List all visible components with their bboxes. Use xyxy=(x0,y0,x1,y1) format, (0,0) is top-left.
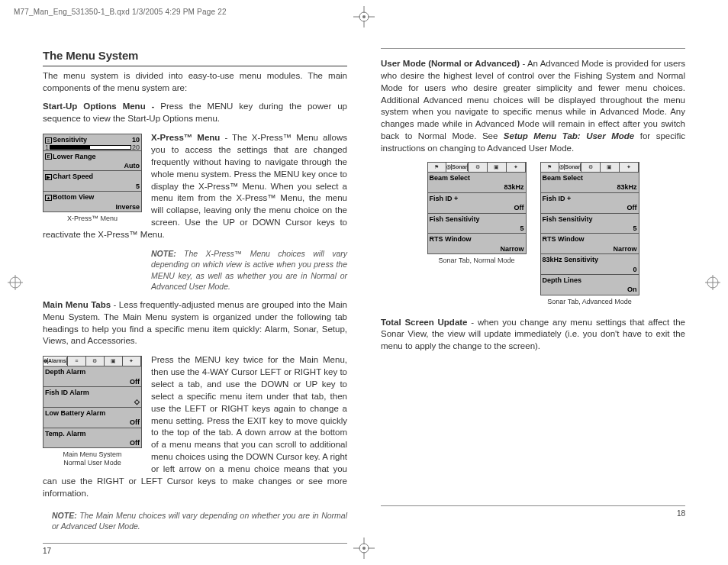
row-val: Off xyxy=(45,418,140,427)
usermode-ref: Setup Menu Tab: User Mode xyxy=(504,131,634,140)
bar-hi: 20 xyxy=(132,143,140,152)
row-val: Off xyxy=(45,438,140,447)
page-footer-left: 17 xyxy=(43,543,347,557)
bar-lo: 1 xyxy=(45,143,49,152)
section-title: The Menu System xyxy=(43,48,347,66)
tab-1: ⚑ xyxy=(541,163,560,172)
xpress-caption: X-Press™ Menu xyxy=(43,215,142,223)
crop-mark-bottom xyxy=(353,538,375,559)
row-val: 0 xyxy=(543,265,637,274)
bar-track xyxy=(50,145,131,150)
note-body: The X-Press™ Menu choices will vary depe… xyxy=(151,249,347,291)
page-left: The Menu System The menu system is divid… xyxy=(43,48,347,556)
row-val: 5 xyxy=(430,224,524,233)
row-label: Beam Select xyxy=(543,173,637,182)
alarms-screenshot: ❶Alarms ≡⚙▣✦ Depth AlarmOff Fish ID Alar… xyxy=(43,356,142,448)
sonar-normal-screenshot: ⚑ⓈSonar⚙▣✦ Beam Select83kHz Fish ID +Off… xyxy=(427,162,527,254)
tab-2: ≡ xyxy=(68,357,86,366)
main-tabs-label: Main Menu Tabs xyxy=(43,300,111,309)
row-label: Lower Range xyxy=(53,153,96,160)
sonar-advanced-screenshot: ⚑ⓈSonar⚙▣✦ Beam Select83kHz Fish ID +Off… xyxy=(540,162,639,295)
row-val: 5 xyxy=(543,224,637,233)
top-rule xyxy=(381,48,685,49)
startup-paragraph: Start-Up Options Menu - Press the MENU k… xyxy=(43,101,347,125)
row-val: Off xyxy=(430,203,524,212)
xpress-label: X-Press™ Menu xyxy=(151,133,220,142)
usermode-paragraph: User Mode (Normal or Advanced) - An Adva… xyxy=(381,58,685,155)
tab-3: ⚙ xyxy=(86,357,105,366)
total-paragraph: Total Screen Update - when you change an… xyxy=(381,317,685,354)
crop-mark-right xyxy=(705,275,720,290)
row-val: Auto xyxy=(45,161,140,170)
bottom-view-icon: ▲ xyxy=(45,195,52,201)
row-label: Temp. Alarm xyxy=(45,429,140,438)
row-label: Chart Speed xyxy=(53,173,93,180)
note-lead: NOTE: xyxy=(52,511,77,520)
tab-4: ▣ xyxy=(105,357,123,366)
intro-paragraph: The menu system is divided into easy-to-… xyxy=(43,70,347,95)
crop-mark-top xyxy=(353,6,375,27)
tab-sonar: ⓈSonar xyxy=(559,163,581,172)
row-label: RTS Window xyxy=(543,234,637,244)
svg-point-5 xyxy=(362,15,366,18)
lower-range-icon: E xyxy=(45,153,52,160)
row-label: Low Battery Alarm xyxy=(45,408,140,418)
row-val: Narrow xyxy=(543,244,637,253)
note-body: The Main Menu choices will vary dependin… xyxy=(52,511,347,531)
tab-5: ✦ xyxy=(123,357,141,366)
row-label: Bottom View xyxy=(53,193,94,201)
row-val: On xyxy=(543,285,637,294)
row-label: Fish ID Alarm xyxy=(45,388,140,397)
note-lead: NOTE: xyxy=(151,249,176,258)
row-label: Depth Alarm xyxy=(45,367,140,376)
sonar-screenshots: ⚑ⓈSonar⚙▣✦ Beam Select83kHz Fish ID +Off… xyxy=(381,162,685,306)
xpress-screenshot: ≡Sensitivity10 120 ELower RangeAuto ▶Cha… xyxy=(43,134,142,212)
row-label: Fish ID + xyxy=(430,194,524,203)
usermode-label: User Mode (Normal or Advanced) xyxy=(381,59,520,68)
alarms-screenshot-wrap: ❶Alarms ≡⚙▣✦ Depth AlarmOff Fish ID Alar… xyxy=(43,356,142,467)
row-label: Depth Lines xyxy=(543,276,637,285)
row-val: Off xyxy=(543,203,637,212)
xpress-note: NOTE: The X-Press™ Menu choices will var… xyxy=(151,248,347,292)
page-spread: The Menu System The menu system is divid… xyxy=(0,18,728,565)
svg-point-11 xyxy=(362,547,366,550)
main-note: NOTE: The Main Menu choices will vary de… xyxy=(52,510,347,532)
row-label: RTS Window xyxy=(430,234,524,244)
tab-sonar: ⓈSonar xyxy=(446,163,469,172)
row-val: ◇ xyxy=(45,397,140,406)
page-right: User Mode (Normal or Advanced) - An Adva… xyxy=(381,48,685,556)
row-label: Fish ID + xyxy=(543,194,637,203)
chart-speed-icon: ▶ xyxy=(45,174,52,180)
row-val: Narrow xyxy=(430,244,524,253)
row-label: Fish Sensitivity xyxy=(430,215,524,224)
crop-mark-left xyxy=(8,275,23,290)
caption-normal: Sonar Tab, Normal Mode xyxy=(427,257,527,265)
row-label: 83kHz Sensitivity xyxy=(543,255,637,264)
row-val: Inverse xyxy=(45,202,140,211)
alarms-tabs: ❶Alarms ≡⚙▣✦ xyxy=(43,357,141,366)
caption-advanced: Sonar Tab, Advanced Mode xyxy=(540,298,639,306)
row-label: Sensitivity xyxy=(53,136,87,144)
row-val: 83kHz xyxy=(430,182,524,192)
row-val: Off xyxy=(45,377,140,386)
usermode-text: - An Advanced Mode is provided for users… xyxy=(381,59,685,140)
startup-label: Start-Up Options Menu - xyxy=(43,102,154,111)
total-label: Total Screen Update xyxy=(381,318,468,327)
row-val: 83kHz xyxy=(543,182,637,192)
main-tabs-paragraph: Main Menu Tabs - Less frequently-adjuste… xyxy=(43,299,347,347)
tab-alarms: ❶Alarms xyxy=(43,357,68,366)
xpress-screenshot-wrap: ≡Sensitivity10 120 ELower RangeAuto ▶Cha… xyxy=(43,134,142,223)
page-footer-right: 18 xyxy=(381,505,685,519)
tab-1: ⚑ xyxy=(428,163,447,172)
row-label: Beam Select xyxy=(430,173,524,182)
main-caption: Main Menu SystemNormal User Mode xyxy=(43,450,142,467)
row-val: 5 xyxy=(45,182,140,191)
row-label: Fish Sensitivity xyxy=(543,215,637,224)
